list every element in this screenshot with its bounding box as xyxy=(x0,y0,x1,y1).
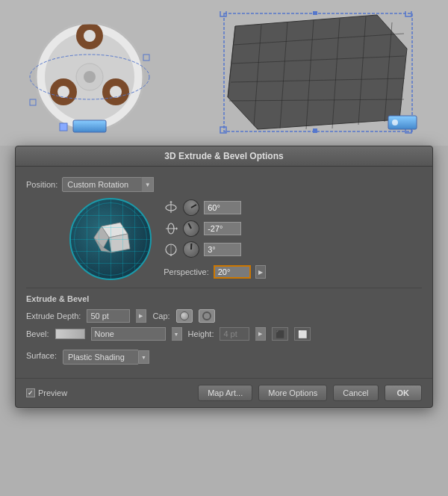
cap-btn-filled[interactable] xyxy=(176,309,193,323)
perspective-row: Perspective: 20° ▶ xyxy=(164,265,266,279)
position-dropdown-arrow[interactable]: ▼ xyxy=(142,177,154,192)
preview-left xyxy=(19,7,183,138)
svg-marker-46 xyxy=(176,227,178,230)
svg-rect-33 xyxy=(313,11,317,15)
svg-marker-49 xyxy=(169,255,172,256)
extrude-depth-arrow[interactable]: ▶ xyxy=(136,309,146,323)
film-svg xyxy=(213,11,422,134)
x-rotation-input[interactable]: 60° xyxy=(204,201,241,214)
extrude-depth-input[interactable] xyxy=(87,309,130,323)
extrude-depth-label: Extrude Depth: xyxy=(26,311,81,320)
svg-rect-34 xyxy=(313,128,317,133)
ok-button[interactable]: OK xyxy=(385,385,423,401)
z-rotation-input[interactable]: 3° xyxy=(204,243,241,256)
svg-point-5 xyxy=(57,86,69,98)
perspective-input[interactable]: 20° xyxy=(214,265,251,279)
cap-btn-open[interactable] xyxy=(199,309,215,323)
cube-sphere xyxy=(69,198,152,280)
svg-rect-13 xyxy=(30,99,36,105)
map-art-button[interactable]: Map Art... xyxy=(198,385,252,401)
x-dial[interactable] xyxy=(180,196,202,219)
position-label: Position: xyxy=(26,180,57,189)
extrude-bevel-header: Extrude & Bevel xyxy=(26,294,422,303)
bevel-icon-btn-1[interactable]: ⬛ xyxy=(272,327,288,341)
position-row: Position: Custom Rotation ▼ xyxy=(26,174,422,280)
preview-label: Preview xyxy=(38,388,67,397)
svg-marker-16 xyxy=(228,15,407,129)
y-rotation-input[interactable]: -27° xyxy=(204,222,241,235)
svg-point-36 xyxy=(392,120,398,125)
height-arrow[interactable]: ▶ xyxy=(255,327,266,341)
svg-point-3 xyxy=(84,30,96,42)
more-options-button[interactable]: More Options xyxy=(258,385,327,401)
cap-label: Cap: xyxy=(152,311,169,320)
y-axis-icon xyxy=(164,222,178,235)
svg-rect-15 xyxy=(73,120,106,132)
position-select[interactable]: Custom Rotation xyxy=(62,177,143,192)
rotation-inputs: 60° -27° xyxy=(164,199,266,279)
surface-select[interactable]: Plastic Shading xyxy=(63,350,139,365)
z-dial[interactable] xyxy=(183,241,200,258)
rotation-area: 60° -27° xyxy=(69,198,266,280)
svg-rect-31 xyxy=(220,127,226,133)
svg-point-9 xyxy=(84,71,96,83)
preview-check: ✓ Preview xyxy=(26,388,67,397)
dialog-title: 3D Extrude & Bevel Options xyxy=(16,146,432,167)
z-rotation-row: 3° xyxy=(164,241,266,258)
preview-area xyxy=(0,0,448,146)
height-input[interactable] xyxy=(220,327,249,341)
y-dial[interactable] xyxy=(180,217,202,240)
x-rotation-row: 60° xyxy=(164,199,266,216)
perspective-label: Perspective: xyxy=(164,267,209,276)
bevel-label: Bevel: xyxy=(26,329,49,338)
svg-marker-43 xyxy=(169,201,172,202)
x-axis-icon xyxy=(164,201,178,214)
reel-svg xyxy=(22,10,179,137)
y-rotation-row: -27° xyxy=(164,220,266,237)
preview-right xyxy=(205,7,429,138)
cancel-button[interactable]: Cancel xyxy=(333,385,378,401)
extrude-divider xyxy=(26,288,422,288)
svg-rect-14 xyxy=(143,55,149,61)
surface-select-wrap: Plastic Shading ▼ xyxy=(63,350,149,365)
height-label: Height: xyxy=(188,329,214,338)
bevel-swatch xyxy=(55,329,85,339)
bevel-icon-btn-2[interactable]: ⬜ xyxy=(294,327,311,341)
surface-row: Surface: Plastic Shading ▼ xyxy=(26,347,422,365)
perspective-arrow-btn[interactable]: ▶ xyxy=(255,265,266,279)
bevel-input[interactable] xyxy=(91,327,166,341)
grid-lines xyxy=(71,199,150,279)
bottom-bar: ✓ Preview Map Art... More Options Cancel… xyxy=(16,378,432,407)
dialog: 3D Extrude & Bevel Options Position: Cus… xyxy=(15,146,433,408)
y-rotation-icon xyxy=(164,221,178,236)
dialog-body: Position: Custom Rotation ▼ xyxy=(16,167,432,372)
surface-label: Surface: xyxy=(26,351,57,360)
extrude-depth-row: Extrude Depth: ▶ Cap: xyxy=(26,309,422,323)
z-rotation-icon xyxy=(164,242,178,257)
x-rotation-icon xyxy=(164,200,178,215)
bevel-arrow[interactable]: ▼ xyxy=(172,327,182,341)
bevel-row: Bevel: ▼ Height: ▶ ⬛ ⬜ xyxy=(26,327,422,341)
preview-checkbox[interactable]: ✓ xyxy=(26,388,35,397)
z-axis-icon xyxy=(164,243,178,256)
position-select-wrap: Custom Rotation ▼ xyxy=(62,177,266,192)
svg-rect-12 xyxy=(60,123,67,131)
surface-dropdown-arrow[interactable]: ▼ xyxy=(139,350,149,364)
